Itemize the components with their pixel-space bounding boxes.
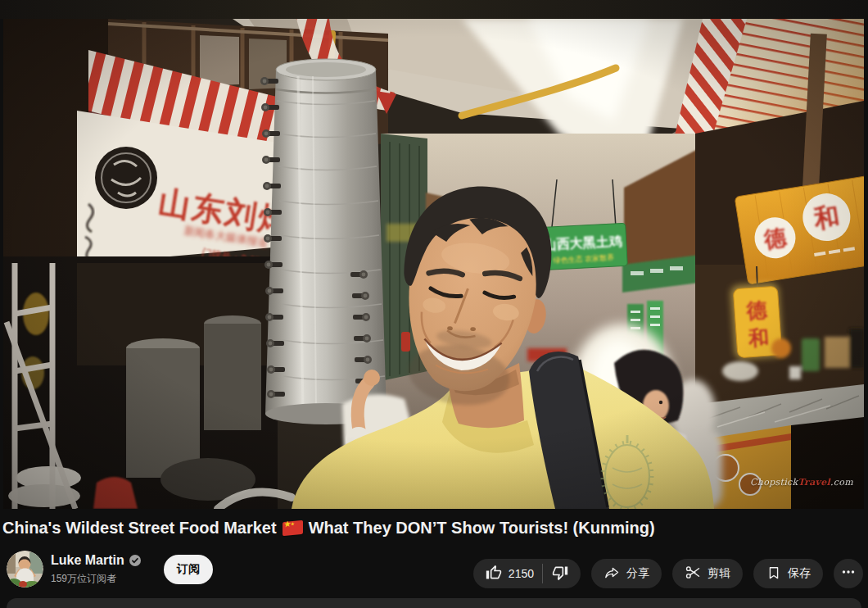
like-count: 2150 [509, 567, 534, 580]
watermark-text-2: Travel [798, 477, 830, 488]
watch-page: 山东刘烨 新闻各大媒体报道 门牌号：3-27号 [0, 0, 868, 608]
vignette [3, 19, 864, 509]
more-options-icon [841, 565, 856, 583]
scissors-icon [685, 564, 702, 583]
video-title: China's Wildest Street Food Market★★What… [2, 517, 862, 538]
thumb-up-icon [486, 565, 502, 583]
subscribe-button[interactable]: 订阅 [164, 555, 213, 584]
share-button[interactable]: 分享 [591, 559, 662, 588]
china-flag-icon: ★★ [283, 520, 303, 537]
clip-button[interactable]: 剪辑 [672, 559, 743, 588]
video-frame-scene: 山东刘烨 新闻各大媒体报道 门牌号：3-27号 [3, 19, 864, 509]
share-label: 分享 [626, 566, 649, 581]
channel-name[interactable]: Luke Martin [51, 553, 141, 569]
save-label: 保存 [788, 566, 811, 581]
video-title-part2: What They DON’T Show Tourists! (Kunming) [309, 519, 655, 537]
thumb-down-icon [552, 565, 568, 583]
like-dislike-pill: 2150 [473, 559, 581, 588]
description-box[interactable] [7, 598, 861, 608]
watermark-text-1: Chopstick [750, 477, 798, 488]
share-arrow-icon [604, 564, 621, 583]
subscriber-count: 159万位订阅者 [51, 572, 116, 586]
channel-name-text: Luke Martin [51, 553, 124, 567]
bookmark-icon [766, 565, 782, 583]
verified-check-icon [129, 555, 141, 569]
save-button[interactable]: 保存 [753, 559, 823, 588]
channel-avatar[interactable] [7, 551, 43, 588]
watermark-text-3: .com [830, 477, 853, 488]
video-title-part1: China's Wildest Street Food Market [2, 519, 277, 537]
like-button[interactable]: 2150 [473, 559, 542, 588]
channel-watermark: ChopstickTravel.com [750, 477, 853, 488]
clip-label: 剪辑 [708, 566, 730, 581]
more-options-button[interactable] [834, 559, 863, 588]
video-player[interactable]: 山东刘烨 新闻各大媒体报道 门牌号：3-27号 [3, 19, 864, 509]
action-bar: 2150 分享 剪辑 保存 [473, 559, 863, 588]
avatar-image [7, 551, 43, 588]
ambient-top-glow [0, 0, 868, 19]
dislike-button[interactable] [543, 559, 581, 588]
